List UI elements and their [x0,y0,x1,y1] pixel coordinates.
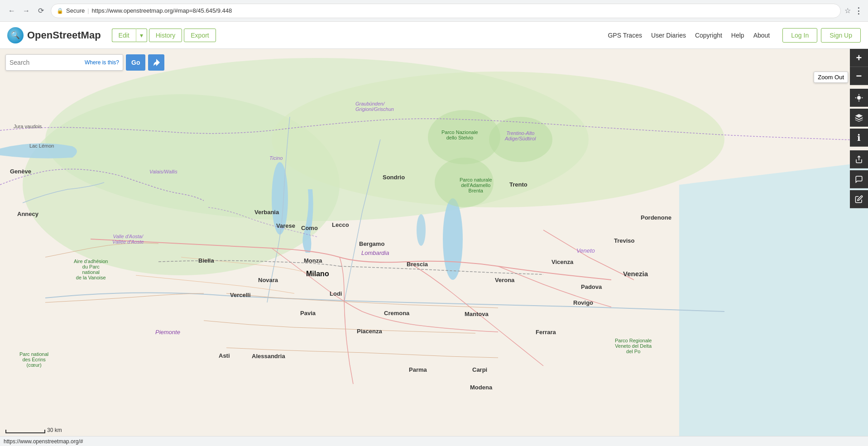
edit-map-button[interactable] [850,190,868,208]
search-input-wrap: Where is this? [5,54,123,71]
svg-point-5 [443,198,463,280]
gps-traces-link[interactable]: GPS Traces [608,32,642,39]
map-controls: + − ℹ [850,49,868,208]
browser-menu-button[interactable]: ⋮ [854,6,863,16]
status-url: https://www.openstreetmap.org/# [4,438,83,445]
svg-point-10 [858,96,860,99]
nav-buttons: ← → ⟳ [5,5,47,17]
bookmark-button[interactable]: ☆ [844,6,851,15]
secure-icon: 🔒 [57,8,63,14]
scale-label: 30 km [47,427,62,433]
edit-map-icon [855,195,863,203]
zoom-out-button[interactable]: − [850,67,868,85]
address-bar[interactable]: 🔒 Secure | https://www.openstreetmap.org… [51,4,841,18]
scale-line [7,432,43,433]
geolocate-button[interactable] [850,89,868,107]
edit-button-group: Edit ▾ [112,29,147,42]
reload-button[interactable]: ⟳ [34,5,47,17]
map-svg [0,49,868,446]
login-button[interactable]: Log In [782,28,817,43]
layers-button[interactable] [850,109,868,127]
export-button[interactable]: Export [184,29,216,42]
logo-text: OpenStreetMap [27,29,101,41]
about-link[interactable]: About [753,32,770,39]
svg-point-6 [417,214,426,246]
svg-point-9 [435,158,494,207]
go-button[interactable]: Go [126,54,145,71]
status-bar: https://www.openstreetmap.org/# [0,436,868,446]
history-button[interactable]: History [149,29,182,42]
header-buttons: Edit ▾ History Export [112,29,216,42]
svg-point-8 [489,117,552,162]
header-auth: Log In Sign Up [782,28,861,43]
geolocate-icon [854,93,863,102]
user-diaries-link[interactable]: User Diaries [651,32,686,39]
scale-bar: 30 km [5,427,62,433]
note-button[interactable] [850,170,868,188]
url-text: https://www.openstreetmap.org/#map=8/45.… [92,7,835,14]
edit-button[interactable]: Edit [112,29,136,42]
directions-button[interactable] [148,54,164,71]
signup-button[interactable]: Sign Up [821,28,861,43]
zoom-in-button[interactable]: + [850,49,868,67]
header-nav: GPS Traces User Diaries Copyright Help A… [608,32,770,39]
where-is-this-link[interactable]: Where is this? [85,59,119,66]
secure-label: Secure [66,7,85,14]
search-bar: Where is this? Go [5,54,164,71]
back-button[interactable]: ← [5,5,18,17]
forward-button[interactable]: → [20,5,33,17]
layers-icon [854,113,863,122]
svg-point-4 [272,162,288,235]
share-icon [855,155,863,163]
osm-logo-icon [7,27,24,43]
edit-dropdown-button[interactable]: ▾ [136,29,147,42]
scale-tick-right [43,430,45,433]
note-icon [855,175,863,183]
logo-area: OpenStreetMap [7,27,101,43]
info-button[interactable]: ℹ [850,129,868,147]
share-button[interactable] [850,150,868,168]
directions-icon [152,58,161,67]
copyright-link[interactable]: Copyright [695,32,722,39]
map-container[interactable]: Where is this? Go Graubünden/Grigioni/Gr… [0,49,868,446]
browser-chrome: ← → ⟳ 🔒 Secure | https://www.openstreetm… [0,0,868,22]
search-input[interactable] [10,59,82,66]
help-link[interactable]: Help [731,32,744,39]
scale-line-wrap [5,430,45,433]
app-header: OpenStreetMap Edit ▾ History Export GPS … [0,22,868,49]
